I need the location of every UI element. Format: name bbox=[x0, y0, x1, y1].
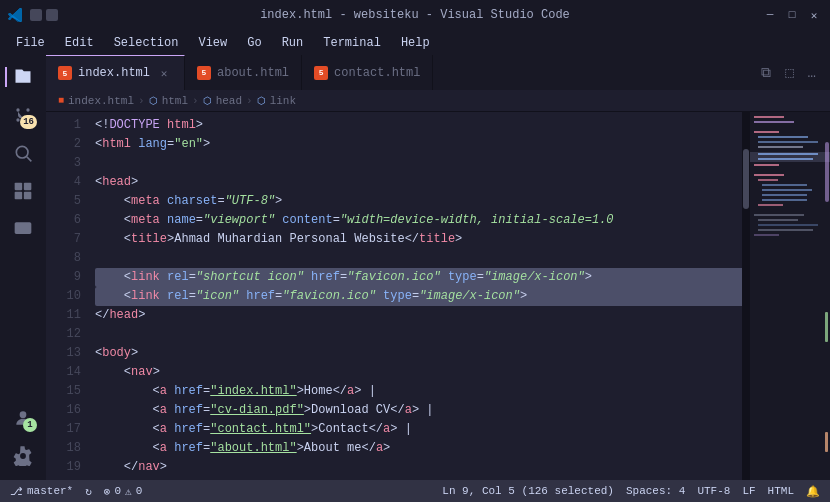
menu-selection[interactable]: Selection bbox=[106, 34, 187, 52]
split-editor-button[interactable]: ⧉ bbox=[757, 63, 775, 83]
menu-view[interactable]: View bbox=[190, 34, 235, 52]
activity-source-control[interactable]: 16 bbox=[5, 97, 41, 133]
menu-go[interactable]: Go bbox=[239, 34, 269, 52]
svg-rect-5 bbox=[15, 183, 23, 191]
menu-edit[interactable]: Edit bbox=[57, 34, 102, 52]
breadcrumb-html-label: html bbox=[162, 95, 188, 107]
svg-rect-27 bbox=[754, 214, 804, 216]
sync-icon-item[interactable]: ↻ bbox=[85, 485, 92, 498]
close-button[interactable]: ✕ bbox=[806, 7, 822, 23]
branch-icon: ⎇ bbox=[10, 485, 23, 498]
svg-rect-7 bbox=[15, 192, 23, 200]
language-item[interactable]: HTML bbox=[768, 485, 794, 497]
activity-bar: 16 1 bbox=[0, 55, 46, 480]
line-num-14: 14 bbox=[46, 363, 81, 382]
line-num-6: 6 bbox=[46, 211, 81, 230]
title-bar-right: ─ □ ✕ bbox=[762, 7, 822, 23]
line-num-13: 13 bbox=[46, 344, 81, 363]
line-num-11: 11 bbox=[46, 306, 81, 325]
svg-rect-26 bbox=[758, 204, 783, 206]
spaces-item[interactable]: Spaces: 4 bbox=[626, 485, 685, 497]
svg-rect-33 bbox=[825, 312, 828, 342]
svg-rect-32 bbox=[825, 142, 829, 202]
activity-settings[interactable] bbox=[5, 438, 41, 474]
svg-rect-14 bbox=[758, 141, 818, 143]
minimap-canvas bbox=[750, 112, 830, 480]
code-editor[interactable]: 1 2 3 4 5 6 7 8 9 10 11 12 13 14 15 16 1… bbox=[46, 112, 830, 480]
code-line-16: <a href="cv-dian.pdf">Download CV</a> | bbox=[95, 401, 750, 420]
maximize-button[interactable]: □ bbox=[784, 7, 800, 23]
menu-help[interactable]: Help bbox=[393, 34, 438, 52]
svg-rect-25 bbox=[762, 199, 807, 201]
menu-file[interactable]: File bbox=[8, 34, 53, 52]
line-num-9: 9 bbox=[46, 268, 81, 287]
breadcrumb-html[interactable]: ⬡ html bbox=[149, 95, 188, 107]
tab-contact-html[interactable]: 5 contact.html bbox=[302, 55, 433, 90]
code-line-3 bbox=[95, 154, 750, 173]
code-line-9: <link rel="shortcut icon" href="favicon.… bbox=[95, 268, 750, 287]
svg-point-2 bbox=[16, 118, 19, 121]
activity-explorer[interactable] bbox=[5, 59, 41, 95]
more-actions-button[interactable]: … bbox=[804, 63, 820, 83]
html-icon-about: 5 bbox=[197, 66, 211, 80]
branch-name: master* bbox=[27, 485, 73, 497]
toggle-layout-button[interactable]: ⬚ bbox=[781, 62, 797, 83]
breadcrumb-file[interactable]: ■ index.html bbox=[58, 95, 134, 107]
breadcrumb-sep-2: › bbox=[192, 95, 199, 107]
tab-index-html[interactable]: 5 index.html ✕ bbox=[46, 55, 185, 90]
activity-account[interactable]: 1 bbox=[5, 400, 41, 436]
language-text: HTML bbox=[768, 485, 794, 497]
minimize-button[interactable]: ─ bbox=[762, 7, 778, 23]
code-line-7: <title>Ahmad Muhardian Personal Website<… bbox=[95, 230, 750, 249]
notifications-item[interactable]: 🔔 bbox=[806, 485, 820, 498]
svg-line-4 bbox=[27, 157, 32, 162]
status-right: Ln 9, Col 5 (126 selected) Spaces: 4 UTF… bbox=[442, 485, 820, 498]
svg-rect-31 bbox=[754, 234, 779, 236]
tab-close-index[interactable]: ✕ bbox=[156, 65, 172, 81]
line-ending-item[interactable]: LF bbox=[742, 485, 755, 497]
line-num-2: 2 bbox=[46, 135, 81, 154]
error-count: 0 bbox=[114, 485, 121, 497]
vertical-scrollbar[interactable] bbox=[742, 112, 750, 480]
svg-rect-8 bbox=[24, 192, 32, 200]
activity-bottom: 1 bbox=[5, 400, 41, 480]
activity-search[interactable] bbox=[5, 135, 41, 171]
encoding-item[interactable]: UTF-8 bbox=[697, 485, 730, 497]
error-icon: ⊗ bbox=[104, 485, 111, 498]
title-bar-left bbox=[8, 7, 58, 23]
errors-item[interactable]: ⊗ 0 ⚠ 0 bbox=[104, 485, 142, 498]
activity-extensions[interactable] bbox=[5, 173, 41, 209]
breadcrumb-head[interactable]: ⬡ head bbox=[203, 95, 242, 107]
svg-rect-21 bbox=[758, 179, 778, 181]
account-badge: 1 bbox=[23, 418, 37, 432]
menu-terminal[interactable]: Terminal bbox=[315, 34, 389, 52]
line-num-17: 17 bbox=[46, 420, 81, 439]
line-num-12: 12 bbox=[46, 325, 81, 344]
tab-about-html[interactable]: 5 about.html bbox=[185, 55, 302, 90]
status-bar: ⎇ master* ↻ ⊗ 0 ⚠ 0 Ln 9, Col 5 (126 sel… bbox=[0, 480, 830, 502]
activity-docker[interactable] bbox=[5, 211, 41, 247]
html-icon-contact: 5 bbox=[314, 66, 328, 80]
line-num-7: 7 bbox=[46, 230, 81, 249]
minimap[interactable] bbox=[750, 112, 830, 480]
tag-icon-2: ⬡ bbox=[203, 95, 212, 107]
svg-rect-6 bbox=[24, 183, 32, 191]
scrollbar-thumb[interactable] bbox=[743, 149, 749, 209]
status-left: ⎇ master* ↻ ⊗ 0 ⚠ 0 bbox=[10, 485, 142, 498]
window-title: index.html - websiteku - Visual Studio C… bbox=[260, 8, 570, 22]
menu-run[interactable]: Run bbox=[274, 34, 312, 52]
code-line-1: <!DOCTYPE html> bbox=[95, 116, 750, 135]
git-branch[interactable]: ⎇ master* bbox=[10, 485, 73, 498]
code-line-5: <meta charset="UTF-8"> bbox=[95, 192, 750, 211]
svg-rect-23 bbox=[762, 189, 812, 191]
svg-rect-19 bbox=[754, 164, 779, 166]
html-icon: 5 bbox=[58, 66, 72, 80]
minimize-dot[interactable] bbox=[30, 9, 42, 21]
breadcrumb-link[interactable]: ⬡ link bbox=[257, 95, 296, 107]
code-line-17: <a href="contact.html">Contact</a> | bbox=[95, 420, 750, 439]
cursor-position[interactable]: Ln 9, Col 5 (126 selected) bbox=[442, 485, 614, 497]
restore-dot[interactable] bbox=[46, 9, 58, 21]
code-content[interactable]: <!DOCTYPE html> <html lang="en"> <head> … bbox=[91, 112, 750, 480]
svg-rect-22 bbox=[762, 184, 807, 186]
svg-rect-20 bbox=[754, 174, 784, 176]
